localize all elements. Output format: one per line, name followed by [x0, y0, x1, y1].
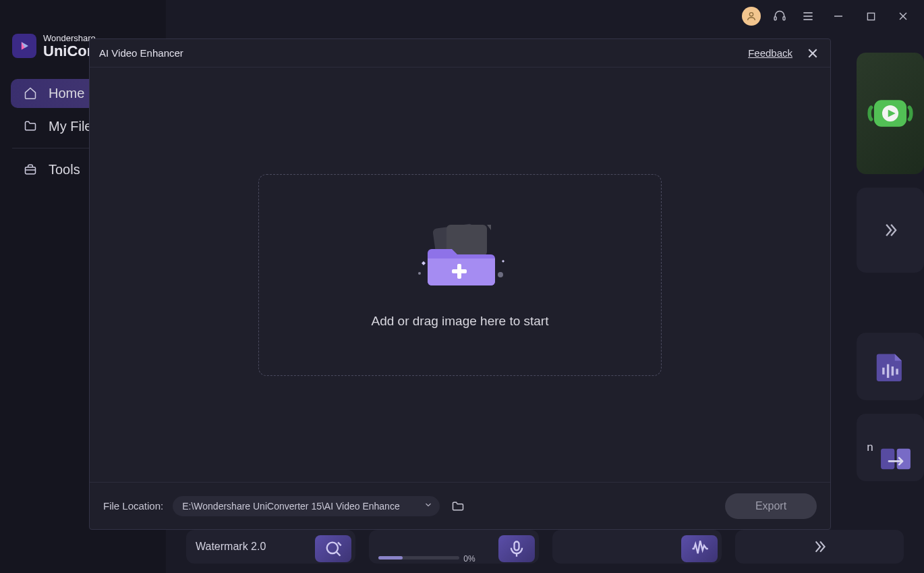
microphone-icon — [507, 539, 526, 558]
tool-card-more[interactable] — [735, 530, 904, 564]
dropzone-text: Add or drag image here to start — [372, 314, 549, 329]
sidebar-item-label: Tools — [49, 162, 80, 178]
audio-file-icon — [872, 348, 908, 385]
progress-percent: 0% — [463, 554, 475, 564]
svg-rect-1 — [774, 17, 776, 20]
svg-line-21 — [337, 552, 341, 556]
chevron-down-icon — [424, 500, 433, 512]
file-location-label: File Location: — [103, 500, 163, 512]
feature-card-more-1[interactable] — [857, 188, 924, 273]
double-chevron-right-icon — [881, 221, 900, 240]
svg-rect-2 — [783, 17, 785, 20]
close-icon — [807, 48, 818, 59]
svg-rect-7 — [867, 13, 874, 20]
window-minimize-button[interactable] — [827, 5, 850, 28]
window-titlebar — [732, 0, 924, 32]
double-chevron-right-icon — [811, 538, 828, 555]
card-label-fragment: n — [867, 441, 873, 454]
app-logo — [12, 34, 36, 58]
vocal-thumb — [498, 535, 535, 562]
open-folder-button[interactable] — [449, 499, 467, 514]
modal-header: AI Video Enhancer Feedback — [90, 39, 830, 67]
dropzone-illustration — [399, 221, 521, 295]
file-location-select[interactable]: E:\Wondershare UniConverter 15\AI Video … — [173, 496, 440, 516]
file-location-value: E:\Wondershare UniConverter 15\AI Video … — [182, 501, 399, 512]
window-close-button[interactable] — [892, 5, 915, 28]
bottom-tool-row: Watermark 2.0 0% — [186, 530, 904, 564]
svg-line-22 — [338, 543, 341, 546]
tool-card-vocal-remover[interactable]: 0% — [369, 530, 538, 564]
support-button[interactable] — [770, 7, 789, 26]
maximize-icon — [867, 12, 875, 21]
home-icon — [23, 86, 38, 101]
close-icon — [898, 11, 908, 21]
modal-body: Add or drag image here to start — [90, 67, 830, 482]
tool-card-label: Watermark 2.0 — [196, 541, 266, 553]
svg-rect-10 — [26, 167, 36, 174]
svg-rect-14 — [882, 368, 884, 375]
sidebar-item-label: Home — [49, 86, 84, 101]
svg-rect-19 — [896, 449, 910, 469]
progress-bar — [378, 556, 459, 560]
dropzone[interactable]: Add or drag image here to start — [258, 174, 662, 376]
tool-card-watermark[interactable]: Watermark 2.0 — [186, 530, 355, 564]
minimize-icon — [834, 11, 843, 21]
svg-point-29 — [418, 272, 421, 275]
svg-rect-23 — [514, 542, 519, 551]
svg-rect-15 — [887, 364, 889, 378]
feature-card-transfer[interactable]: n — [857, 414, 924, 481]
user-icon — [746, 11, 757, 22]
svg-rect-16 — [892, 366, 894, 376]
svg-rect-17 — [896, 369, 898, 374]
modal-title: AI Video Enhancer — [99, 47, 183, 59]
modal-footer: File Location: E:\Wondershare UniConvert… — [90, 482, 830, 529]
window-maximize-button[interactable] — [859, 5, 882, 28]
svg-point-0 — [749, 13, 753, 16]
svg-point-20 — [327, 543, 338, 553]
play-logo-icon — [18, 39, 31, 53]
svg-point-30 — [498, 272, 503, 277]
export-button-label: Export — [755, 500, 786, 512]
feedback-link[interactable]: Feedback — [748, 47, 792, 59]
folder-open-icon — [451, 499, 465, 513]
voice-thumb — [681, 535, 718, 562]
tool-card-voice-changer[interactable] — [552, 530, 722, 564]
folder-icon — [23, 119, 38, 134]
toolbox-icon — [23, 162, 38, 177]
menu-icon — [801, 9, 815, 23]
watermark-thumb — [315, 535, 351, 562]
feature-card-player[interactable] — [857, 53, 924, 174]
modal-close-button[interactable] — [805, 45, 821, 61]
headset-icon — [773, 9, 786, 23]
svg-rect-32 — [452, 269, 467, 273]
ai-video-enhancer-modal: AI Video Enhancer Feedback — [89, 38, 831, 530]
transfer-icon — [877, 441, 914, 477]
svg-rect-18 — [881, 449, 894, 469]
hamburger-menu-button[interactable] — [799, 7, 817, 26]
play-green-icon — [867, 90, 914, 137]
export-button[interactable]: Export — [725, 493, 817, 519]
waveform-icon — [690, 539, 709, 558]
user-avatar[interactable] — [742, 7, 761, 26]
watermark-icon — [324, 539, 343, 558]
feature-card-audio[interactable] — [857, 333, 924, 400]
